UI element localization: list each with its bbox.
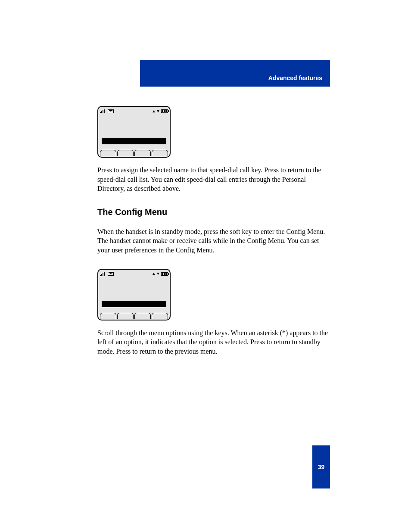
softkey-row — [100, 150, 168, 156]
signal-icon — [100, 109, 106, 113]
paragraph-2: When the handset is in standby mode, pre… — [97, 227, 330, 255]
arrow-down-icon — [157, 273, 159, 275]
battery-icon — [161, 272, 168, 276]
section-heading: The Config Menu — [97, 207, 330, 219]
page: Advanced features — [0, 0, 411, 532]
arrow-up-icon — [153, 273, 155, 275]
page-number: 39 — [318, 464, 325, 470]
softkey-4 — [152, 150, 168, 156]
softkey-2 — [117, 150, 134, 156]
status-left — [100, 109, 114, 113]
softkey-3 — [134, 313, 151, 319]
phone-screen-1 — [97, 106, 171, 158]
arrow-up-icon — [153, 110, 155, 112]
softkey-1 — [100, 313, 116, 319]
battery-icon — [161, 109, 168, 113]
status-right — [153, 109, 168, 113]
status-left — [100, 272, 114, 276]
status-right — [153, 272, 168, 276]
softkey-4 — [152, 313, 168, 319]
softkey-3 — [134, 150, 151, 156]
header-bar: Advanced features — [140, 60, 330, 87]
content-area: Press to assign the selected name to tha… — [97, 106, 330, 370]
paragraph-1: Press to assign the selected name to tha… — [97, 165, 330, 193]
softkey-1 — [100, 150, 116, 156]
selection-bar — [102, 301, 166, 307]
selection-bar — [102, 138, 166, 144]
status-row — [100, 108, 168, 114]
header-title: Advanced features — [268, 75, 322, 81]
phone-screen-2 — [97, 269, 171, 320]
mail-icon — [108, 272, 114, 276]
signal-icon — [100, 272, 106, 276]
softkey-2 — [117, 313, 134, 319]
paragraph-3: Scroll through the menu options using th… — [97, 328, 330, 356]
page-number-box: 39 — [312, 445, 330, 488]
arrow-down-icon — [157, 110, 159, 112]
softkey-row — [100, 313, 168, 319]
status-row — [100, 271, 168, 277]
mail-icon — [108, 109, 114, 113]
